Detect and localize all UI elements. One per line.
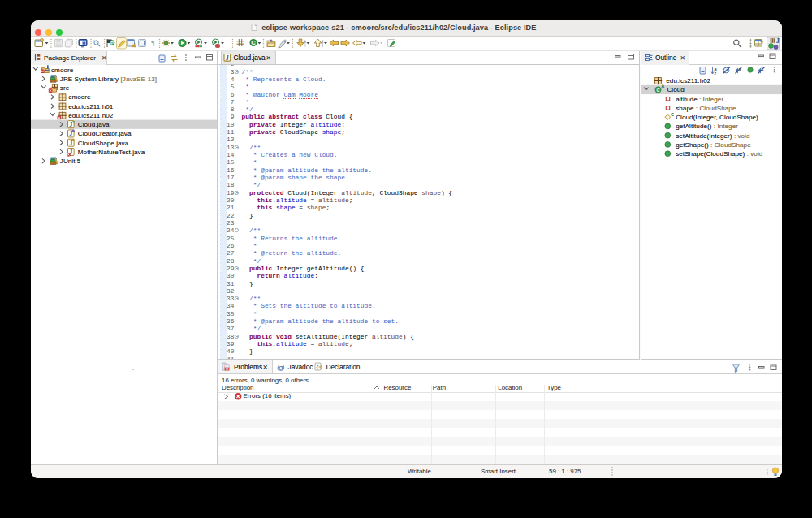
svg-text:setShape(CloudShape) : void: setShape(CloudShape) : void xyxy=(676,150,762,158)
svg-text:z: z xyxy=(715,71,717,76)
svg-text:JRE System Library [JavaSE-13]: JRE System Library [JavaSE-13] xyxy=(60,76,157,83)
svg-text:Package Explorer: Package Explorer xyxy=(44,54,96,62)
svg-text:edu.ics211.h02: edu.ics211.h02 xyxy=(68,112,113,119)
svg-text:CloudCreator.java: CloudCreator.java xyxy=(78,130,132,137)
svg-text:altitude : Integer: altitude : Integer xyxy=(676,96,723,103)
svg-text:Problems: Problems xyxy=(234,363,262,371)
svg-text:C: C xyxy=(251,39,256,46)
svg-text:Cloud(Integer, CloudShape): Cloud(Integer, CloudShape) xyxy=(676,114,758,121)
svg-text:edu.ics211.h01: edu.ics211.h01 xyxy=(68,103,113,110)
svg-text:J: J xyxy=(776,37,780,45)
svg-text:shape : CloudShape: shape : CloudShape xyxy=(676,105,736,112)
svg-text:✕: ✕ xyxy=(266,54,271,62)
svg-text:P: P xyxy=(110,41,114,45)
svg-text:Cloud.java: Cloud.java xyxy=(78,121,110,128)
svg-text:cmoore: cmoore xyxy=(51,67,74,74)
svg-text:Declaration: Declaration xyxy=(326,363,361,371)
svg-text:cmoore: cmoore xyxy=(68,93,91,101)
svg-text:setAltitude(Integer) : void: setAltitude(Integer) : void xyxy=(676,132,749,140)
svg-text:✕: ✕ xyxy=(263,364,268,371)
svg-text:src: src xyxy=(60,84,69,92)
svg-text:@: @ xyxy=(277,363,285,372)
svg-text:{: { xyxy=(316,365,319,370)
svg-text:CloudShape.java: CloudShape.java xyxy=(78,140,129,147)
svg-text:Javadoc: Javadoc xyxy=(288,363,313,371)
svg-text:JUnit 5: JUnit 5 xyxy=(60,158,81,165)
svg-text:✕: ✕ xyxy=(225,366,229,371)
svg-text:MotherNatureTest.java: MotherNatureTest.java xyxy=(78,149,145,156)
svg-text:Cloud.java: Cloud.java xyxy=(234,54,266,62)
svg-text:✕: ✕ xyxy=(102,54,106,62)
svg-text:edu.ics211.h02: edu.ics211.h02 xyxy=(666,77,710,84)
svg-text:s: s xyxy=(322,39,324,44)
svg-text:getAltitude() : Integer: getAltitude() : Integer xyxy=(676,123,738,130)
svg-text:getShape() : CloudShape: getShape() : CloudShape xyxy=(676,141,751,149)
svg-text:s: s xyxy=(304,39,306,44)
svg-text:C: C xyxy=(671,112,674,117)
svg-text:J: J xyxy=(226,54,229,62)
svg-text:Cloud: Cloud xyxy=(667,86,684,93)
svg-text:A: A xyxy=(662,84,665,88)
svg-text:¶: ¶ xyxy=(152,39,155,47)
